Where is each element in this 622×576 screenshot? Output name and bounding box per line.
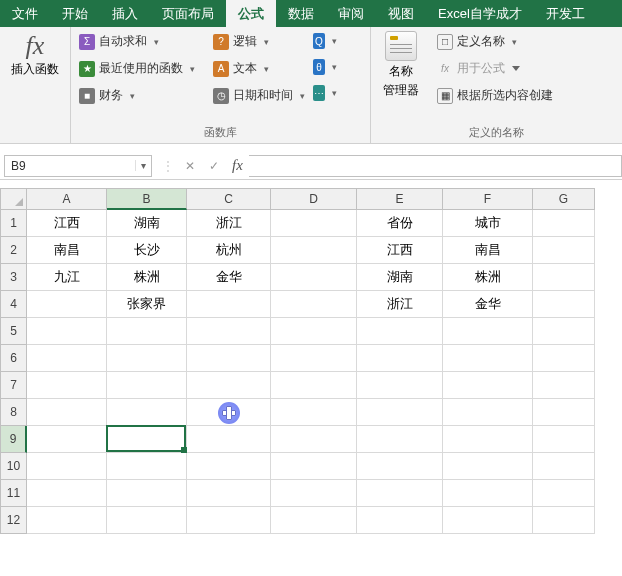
- cell-A9[interactable]: [27, 426, 107, 453]
- use-in-formula-button[interactable]: fx用于公式: [435, 58, 555, 79]
- cell-A2[interactable]: 南昌: [27, 237, 107, 264]
- row-header-4[interactable]: 4: [0, 291, 27, 318]
- row-header-2[interactable]: 2: [0, 237, 27, 264]
- cell-E8[interactable]: [357, 399, 443, 426]
- cell-F12[interactable]: [443, 507, 533, 534]
- tab-formulas[interactable]: 公式: [226, 0, 276, 27]
- cell-D3[interactable]: [271, 264, 357, 291]
- cell-F10[interactable]: [443, 453, 533, 480]
- cell-A10[interactable]: [27, 453, 107, 480]
- logical-button[interactable]: ?逻辑: [211, 31, 307, 52]
- cell-B12[interactable]: [107, 507, 187, 534]
- cell-D11[interactable]: [271, 480, 357, 507]
- row-header-5[interactable]: 5: [0, 318, 27, 345]
- cell-D9[interactable]: [271, 426, 357, 453]
- tab-excel-self-learn[interactable]: Excel自学成才: [426, 0, 534, 27]
- cell-A4[interactable]: [27, 291, 107, 318]
- formula-input[interactable]: [249, 155, 622, 177]
- cell-F4[interactable]: 金华: [443, 291, 533, 318]
- insert-function-button[interactable]: fx 插入函数: [6, 31, 64, 78]
- tab-file[interactable]: 文件: [0, 0, 50, 27]
- cell-B11[interactable]: [107, 480, 187, 507]
- cell-B1[interactable]: 湖南: [107, 210, 187, 237]
- name-manager-button[interactable]: 名称 管理器: [377, 31, 425, 99]
- cell-E7[interactable]: [357, 372, 443, 399]
- formula-confirm-button[interactable]: ✓: [202, 159, 226, 173]
- cell-A7[interactable]: [27, 372, 107, 399]
- cell-D1[interactable]: [271, 210, 357, 237]
- cell-E4[interactable]: 浙江: [357, 291, 443, 318]
- cell-G8[interactable]: [533, 399, 595, 426]
- cell-D6[interactable]: [271, 345, 357, 372]
- cell-C8[interactable]: [187, 399, 271, 426]
- cell-B9[interactable]: [107, 426, 187, 453]
- column-header-D[interactable]: D: [271, 188, 357, 210]
- row-header-7[interactable]: 7: [0, 372, 27, 399]
- cell-E2[interactable]: 江西: [357, 237, 443, 264]
- row-header-8[interactable]: 8: [0, 399, 27, 426]
- cell-D10[interactable]: [271, 453, 357, 480]
- define-name-button[interactable]: □定义名称: [435, 31, 555, 52]
- cell-C3[interactable]: 金华: [187, 264, 271, 291]
- more-functions-button[interactable]: ⋯: [311, 83, 339, 103]
- row-header-12[interactable]: 12: [0, 507, 27, 534]
- cell-A1[interactable]: 江西: [27, 210, 107, 237]
- cell-A6[interactable]: [27, 345, 107, 372]
- recent-functions-button[interactable]: ★最近使用的函数: [77, 58, 207, 79]
- row-header-3[interactable]: 3: [0, 264, 27, 291]
- column-header-C[interactable]: C: [187, 188, 271, 210]
- cell-A5[interactable]: [27, 318, 107, 345]
- cell-G5[interactable]: [533, 318, 595, 345]
- datetime-button[interactable]: ◷日期和时间: [211, 85, 307, 106]
- cell-F11[interactable]: [443, 480, 533, 507]
- tab-data[interactable]: 数据: [276, 0, 326, 27]
- cell-A3[interactable]: 九江: [27, 264, 107, 291]
- cell-E1[interactable]: 省份: [357, 210, 443, 237]
- column-header-G[interactable]: G: [533, 188, 595, 210]
- cell-G9[interactable]: [533, 426, 595, 453]
- row-header-10[interactable]: 10: [0, 453, 27, 480]
- tab-review[interactable]: 审阅: [326, 0, 376, 27]
- cell-G1[interactable]: [533, 210, 595, 237]
- cell-C6[interactable]: [187, 345, 271, 372]
- cell-A11[interactable]: [27, 480, 107, 507]
- cell-C4[interactable]: [187, 291, 271, 318]
- row-header-6[interactable]: 6: [0, 345, 27, 372]
- cell-D2[interactable]: [271, 237, 357, 264]
- cell-B4[interactable]: 张家界: [107, 291, 187, 318]
- column-header-F[interactable]: F: [443, 188, 533, 210]
- cell-D8[interactable]: [271, 399, 357, 426]
- cell-F1[interactable]: 城市: [443, 210, 533, 237]
- select-all-corner[interactable]: [0, 188, 27, 210]
- cell-E5[interactable]: [357, 318, 443, 345]
- cell-E12[interactable]: [357, 507, 443, 534]
- cell-C7[interactable]: [187, 372, 271, 399]
- column-header-E[interactable]: E: [357, 188, 443, 210]
- cell-B7[interactable]: [107, 372, 187, 399]
- cell-E6[interactable]: [357, 345, 443, 372]
- cell-C10[interactable]: [187, 453, 271, 480]
- cell-G11[interactable]: [533, 480, 595, 507]
- cell-E9[interactable]: [357, 426, 443, 453]
- cell-C9[interactable]: [187, 426, 271, 453]
- cell-B10[interactable]: [107, 453, 187, 480]
- tab-home[interactable]: 开始: [50, 0, 100, 27]
- cell-A12[interactable]: [27, 507, 107, 534]
- text-button[interactable]: A文本: [211, 58, 307, 79]
- row-header-1[interactable]: 1: [0, 210, 27, 237]
- cell-E10[interactable]: [357, 453, 443, 480]
- cell-G4[interactable]: [533, 291, 595, 318]
- column-header-B[interactable]: B: [107, 188, 187, 210]
- math-button[interactable]: θ: [311, 57, 339, 77]
- fx-small-icon[interactable]: fx: [226, 157, 249, 174]
- cell-B6[interactable]: [107, 345, 187, 372]
- cell-B2[interactable]: 长沙: [107, 237, 187, 264]
- name-box[interactable]: B9 ▾: [4, 155, 152, 177]
- cell-G7[interactable]: [533, 372, 595, 399]
- cell-D7[interactable]: [271, 372, 357, 399]
- cell-C12[interactable]: [187, 507, 271, 534]
- cell-B3[interactable]: 株洲: [107, 264, 187, 291]
- cell-C5[interactable]: [187, 318, 271, 345]
- cell-C2[interactable]: 杭州: [187, 237, 271, 264]
- cell-G12[interactable]: [533, 507, 595, 534]
